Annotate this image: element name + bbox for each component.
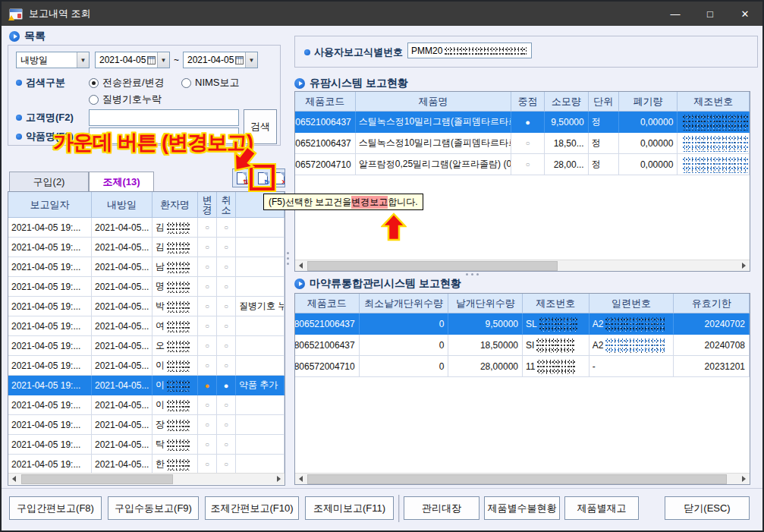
serial-number-cell: A2	[590, 313, 674, 335]
upharm-row[interactable]: 8806521006437스틸녹스정10밀리그램(졸피뎀타르타르산...●9,5…	[295, 112, 750, 133]
report-row[interactable]: 2021-04-05 19:...2021-04-05...명○○	[8, 277, 285, 297]
column-header[interactable]: 단위	[589, 92, 619, 112]
chevron-down-icon[interactable]: ▼	[157, 52, 169, 68]
table-splitter[interactable]	[457, 272, 487, 276]
column-header[interactable]: 보고일자	[8, 192, 92, 218]
scroll-right-icon[interactable]	[273, 474, 285, 485]
maximize-button[interactable]: □	[693, 2, 728, 26]
radio-circle-icon[interactable]	[89, 78, 99, 88]
report-row[interactable]: 2021-04-05 19:...2021-04-05...남○○	[8, 257, 285, 277]
scroll-left-icon[interactable]	[295, 474, 307, 485]
report-row[interactable]: 2021-04-05 19:...2021-04-05...여○○	[8, 316, 285, 336]
purchase-manual-report-button[interactable]: 구입수동보고(F9)	[108, 496, 199, 520]
customer-input[interactable]	[89, 109, 239, 126]
cancel-flag-cell: ○	[217, 455, 236, 474]
column-header[interactable]: 내방일	[92, 192, 152, 218]
tab-dispense[interactable]: 조제(13)	[89, 172, 154, 191]
chevron-down-icon[interactable]: ▼	[77, 52, 89, 68]
column-header[interactable]: 제조번호	[678, 92, 750, 112]
upharm-grid-hscrollbar[interactable]	[295, 260, 750, 271]
column-header[interactable]: 제조번호	[523, 294, 590, 313]
scroll-right-icon[interactable]	[738, 260, 750, 272]
product-stock-button[interactable]: 제품별재고	[564, 496, 639, 520]
column-header[interactable]: 소모량	[545, 92, 589, 112]
report-row[interactable]: 2021-04-05 19:...2021-04-05...한○○	[8, 455, 285, 474]
radio-nims-report[interactable]: NIMS보고	[181, 76, 240, 90]
column-header[interactable]: 환자명	[152, 192, 198, 218]
calendar-icon[interactable]	[235, 56, 244, 65]
radio-disease-code-missing[interactable]: 질병기호누락	[89, 93, 162, 106]
column-header[interactable]: 취 소	[217, 192, 236, 218]
column-header[interactable]: 중점	[511, 92, 545, 112]
radio-sent-complete[interactable]: 전송완료/변경	[89, 76, 165, 90]
footer-bar: 구입간편보고(F8)구입수동보고(F9)조제간편보고(F10)조제미보고(F11…	[2, 488, 762, 530]
cancel-dot-icon: ○	[224, 420, 228, 429]
panel-splitter[interactable]	[285, 30, 290, 486]
scroll-right-icon[interactable]	[738, 474, 750, 485]
close-button-esc[interactable]: 닫기(ESC)	[665, 496, 750, 520]
tooltip-arrow-icon	[381, 212, 407, 241]
narcotics-row[interactable]: 880652100643709,50000SLA220240702	[295, 313, 750, 335]
management-ledger-button[interactable]: 관리대장	[404, 496, 479, 520]
calendar-icon[interactable]	[147, 56, 156, 65]
search-type-select[interactable]: 내방일 ▼	[16, 52, 90, 68]
focus-dot-icon: ●	[525, 118, 530, 127]
scroll-left-icon[interactable]	[8, 474, 20, 485]
change-flag-cell: ○	[198, 336, 217, 356]
column-header[interactable]: 변 경	[198, 192, 217, 218]
upharm-row[interactable]: 8806521006437스틸녹스정10밀리그램(졸피뎀타르타르산...○18,…	[295, 133, 750, 154]
report-row[interactable]: 2021-04-05 19:...2021-04-05...이○○	[8, 395, 285, 415]
list-section-header: 목록	[9, 30, 46, 43]
report-row[interactable]: 2021-04-05 19:...2021-04-05...김○○	[8, 238, 285, 257]
report-row[interactable]: 2021-04-05 19:...2021-04-05...오○○	[8, 336, 285, 356]
change-dot-icon: ○	[205, 322, 209, 330]
column-header[interactable]: 유효기한	[674, 294, 750, 313]
cancel-report-icon[interactable]: ✕	[275, 168, 285, 187]
unit-qty-cell: 18,50000	[448, 335, 523, 356]
change-dot-icon: ○	[205, 243, 209, 251]
tab-purchase[interactable]: 구입(2)	[9, 172, 89, 191]
change-flag-cell: ●	[198, 376, 217, 395]
lot-number-cell	[678, 112, 750, 133]
dispense-quick-report-button[interactable]: 조제간편보고(F10)	[205, 496, 299, 520]
minimize-button[interactable]: —	[658, 2, 693, 26]
report-list-grid: 보고일자내방일환자명변 경취 소2021-04-05 19:...2021-04…	[8, 191, 285, 486]
column-header[interactable]: 폐기량	[619, 92, 678, 112]
column-header[interactable]: 제품명	[356, 92, 511, 112]
radio-circle-icon[interactable]	[89, 95, 99, 105]
column-header[interactable]: 낱개단위수량	[448, 294, 523, 313]
chevron-down-icon[interactable]: ▼	[245, 52, 257, 68]
date-to-picker[interactable]: 2021-04-05 ▼	[183, 52, 258, 68]
report-grid-hscrollbar[interactable]	[8, 473, 285, 484]
patient-name-cell: 명	[152, 277, 198, 297]
narcotics-grid-hscrollbar[interactable]	[295, 473, 750, 484]
column-header[interactable]: 일련번호	[590, 294, 674, 313]
report-row[interactable]: 2021-04-05 19:...2021-04-05...이●●약품 추가	[8, 376, 285, 395]
dispense-unreported-button[interactable]: 조제미보고(F11)	[305, 496, 394, 520]
column-header[interactable]: 최소낱개단위수량	[360, 294, 449, 313]
column-header[interactable]: 제품코드	[295, 294, 360, 313]
narcotics-row[interactable]: 8806521006437018,50000SIA220240708	[295, 335, 750, 356]
narcotics-row[interactable]: 8806572004710028,0000011-20231201	[295, 356, 750, 377]
product-inout-status-button[interactable]: 제품별수불현황	[484, 496, 560, 520]
purchase-quick-report-button[interactable]: 구입간편보고(F8)	[9, 496, 102, 520]
close-button[interactable]: ✕	[728, 2, 762, 26]
radio-circle-icon[interactable]	[181, 78, 191, 88]
min-unit-qty-cell: 0	[360, 313, 449, 335]
report-row[interactable]: 2021-04-05 19:...2021-04-05...장○○	[8, 415, 285, 435]
report-row[interactable]: 2021-04-05 19:...2021-04-05...탁○○	[8, 435, 285, 455]
change-dot-icon: ○	[205, 361, 209, 370]
scrollbar-thumb[interactable]	[307, 474, 727, 484]
masked-text	[167, 439, 190, 451]
report-row[interactable]: 2021-04-05 19:...2021-04-05...박○○질병기호 누락	[8, 297, 285, 316]
upharm-row[interactable]: 8806572004710알프람정0,25밀리그램(알프라졸람) (0,25..…	[295, 154, 750, 175]
scrollbar-thumb[interactable]	[307, 261, 558, 271]
annotation-arrow-icon	[226, 144, 261, 176]
scrollbar-thumb[interactable]	[21, 474, 173, 484]
report-row[interactable]: 2021-04-05 19:...2021-04-05...이○○	[8, 356, 285, 376]
discard-qty-cell: 0,00000	[619, 133, 678, 154]
report-row[interactable]: 2021-04-05 19:...2021-04-05...김○○	[8, 218, 285, 238]
column-header[interactable]: 제품코드	[295, 92, 356, 112]
date-from-picker[interactable]: 2021-04-05 ▼	[95, 52, 170, 68]
scroll-left-icon[interactable]	[295, 260, 307, 272]
